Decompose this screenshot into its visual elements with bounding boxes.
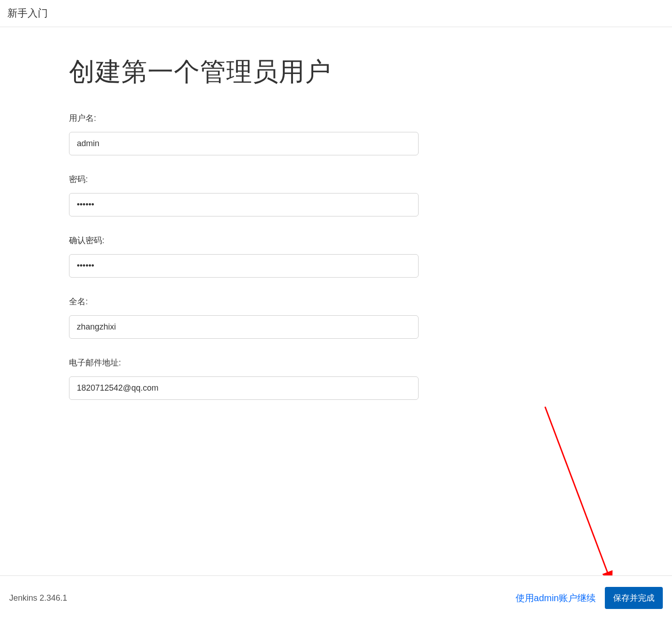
fullname-input[interactable] <box>69 315 419 339</box>
skip-admin-link[interactable]: 使用admin账户继续 <box>516 592 596 604</box>
svg-line-1 <box>545 407 612 584</box>
form-group-email: 电子邮件地址: <box>69 357 465 400</box>
confirm-password-label: 确认密码: <box>69 235 465 246</box>
save-and-finish-button[interactable]: 保存并完成 <box>605 587 663 609</box>
password-label: 密码: <box>69 174 465 185</box>
header-title: 新手入门 <box>7 7 48 19</box>
username-label: 用户名: <box>69 113 465 124</box>
form-group-confirm-password: 确认密码: <box>69 235 465 278</box>
email-input[interactable] <box>69 376 419 400</box>
footer-actions: 使用admin账户继续 保存并完成 <box>516 587 663 609</box>
annotation-arrow-icon <box>543 404 635 597</box>
form-group-username: 用户名: <box>69 113 465 155</box>
fullname-label: 全名: <box>69 296 465 307</box>
main-content: 创建第一个管理员用户 用户名: 密码: 确认密码: 全名: 电子邮件地址: <box>0 27 534 400</box>
header-bar: 新手入门 <box>0 0 672 27</box>
form-group-fullname: 全名: <box>69 296 465 339</box>
version-text: Jenkins 2.346.1 <box>9 593 67 603</box>
email-label: 电子邮件地址: <box>69 357 465 368</box>
page-title: 创建第一个管理员用户 <box>69 55 465 90</box>
password-input[interactable] <box>69 193 419 216</box>
username-input[interactable] <box>69 132 419 155</box>
form-group-password: 密码: <box>69 174 465 216</box>
confirm-password-input[interactable] <box>69 254 419 278</box>
footer-bar: Jenkins 2.346.1 使用admin账户继续 保存并完成 <box>0 575 672 620</box>
